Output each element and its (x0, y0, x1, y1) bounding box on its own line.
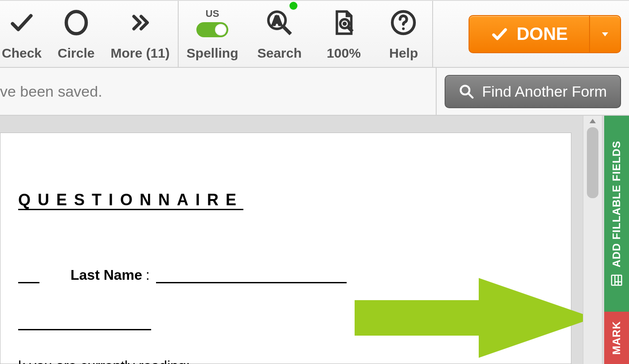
find-another-form-label: Find Another Form (482, 83, 607, 100)
search-tool-button[interactable]: A Search (246, 1, 313, 67)
done-button-area: DONE (461, 1, 629, 67)
search-a-icon: A (266, 9, 293, 36)
done-button-label: DONE (516, 24, 568, 44)
help-tool-label: Help (389, 46, 418, 61)
chevron-double-right-icon (128, 10, 152, 35)
svg-marker-13 (355, 278, 594, 358)
svg-marker-14 (590, 119, 596, 123)
search-notification-dot (289, 2, 297, 10)
svg-point-9 (402, 27, 405, 30)
form-fields-icon (610, 274, 623, 287)
more-tools-button[interactable]: More (11) (102, 1, 177, 67)
search-icon (459, 84, 474, 99)
form-title: QUESTIONNAIRE (18, 191, 553, 209)
caret-down-icon (600, 29, 610, 39)
scroll-up-button[interactable] (583, 116, 602, 126)
blank-field-2[interactable] (18, 315, 151, 330)
mark-tab[interactable]: MARK (604, 312, 629, 364)
zoom-tool-button[interactable]: 100% (313, 1, 375, 67)
annotation-arrow (355, 278, 594, 358)
more-tools-label: More (11) (110, 46, 169, 61)
last-name-label: Last Name (70, 267, 142, 283)
find-form-area: Find Another Form (436, 68, 629, 115)
check-icon (491, 25, 508, 43)
vertical-scrollbar[interactable] (583, 116, 602, 364)
last-name-blank[interactable] (156, 268, 347, 283)
help-tool-button[interactable]: Help (375, 1, 432, 67)
svg-line-12 (469, 94, 473, 98)
side-tabs: ADD FILLABLE FIELDS MARK (604, 116, 629, 364)
main-toolbar: Check Circle More (11) US Spelling (0, 0, 629, 68)
done-button[interactable]: DONE (469, 16, 589, 52)
circle-icon (63, 9, 90, 36)
done-split-button: DONE (469, 15, 621, 53)
add-fillable-fields-label: ADD FILLABLE FIELDS (610, 141, 623, 267)
svg-text:A: A (273, 13, 282, 27)
toolbar-spacer (433, 1, 461, 67)
spelling-region-label: US (206, 8, 219, 20)
document-viewport[interactable]: QUESTIONNAIRE Last Name: k you are curre… (0, 116, 629, 364)
annotate-tool-group: Check Circle More (11) (0, 1, 179, 67)
circle-tool-button[interactable]: Circle (50, 1, 102, 67)
zoom-page-icon (330, 9, 357, 36)
svg-point-11 (461, 86, 470, 94)
svg-rect-15 (612, 275, 622, 286)
zoom-tool-label: 100% (327, 46, 361, 61)
view-tool-group: US Spelling A Search 100% Help (179, 1, 434, 67)
circle-tool-label: Circle (58, 46, 94, 61)
check-tool-label: Check (2, 46, 42, 61)
check-tool-button[interactable]: Check (0, 1, 50, 67)
first-name-blank[interactable] (18, 268, 39, 283)
find-another-form-button[interactable]: Find Another Form (445, 75, 621, 108)
svg-line-2 (284, 27, 291, 34)
status-bar: ve been saved. Find Another Form (0, 68, 629, 116)
status-message: ve been saved. (0, 83, 436, 100)
help-icon (390, 9, 417, 36)
svg-marker-10 (602, 32, 608, 36)
search-tool-label: Search (257, 46, 301, 61)
spelling-toggle[interactable] (196, 22, 228, 37)
workspace: QUESTIONNAIRE Last Name: k you are curre… (0, 116, 629, 364)
add-fillable-fields-tab[interactable]: ADD FILLABLE FIELDS (604, 116, 629, 312)
check-icon (8, 9, 35, 36)
svg-point-0 (66, 12, 86, 34)
reading-prompt: k you are currently reading: (18, 358, 553, 364)
mark-tab-label: MARK (610, 321, 623, 355)
spelling-tool-button[interactable]: US Spelling (179, 1, 246, 67)
done-dropdown-button[interactable] (589, 16, 620, 52)
scroll-thumb[interactable] (587, 127, 598, 198)
spelling-tool-label: Spelling (187, 46, 238, 61)
caret-up-icon (589, 118, 596, 124)
